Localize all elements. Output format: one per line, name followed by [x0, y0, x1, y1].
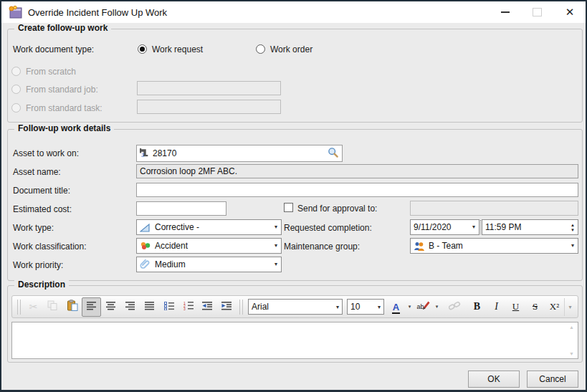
time-spin-buttons[interactable]: ▲▼: [571, 223, 575, 232]
align-left-icon: [87, 300, 97, 313]
increase-indent-icon: [221, 300, 232, 313]
paste-button[interactable]: [62, 297, 82, 317]
from-standard-task-radio: [11, 103, 21, 113]
svg-text:3: 3: [183, 307, 186, 310]
chevron-down-icon: ▾: [275, 262, 278, 267]
group-title: Description: [14, 279, 69, 290]
people-icon: [414, 241, 425, 252]
approval-to-field: [410, 201, 578, 216]
link-icon: [449, 300, 461, 313]
maximize-icon: [533, 8, 542, 16]
font-family-value: Arial: [252, 302, 269, 312]
toolbar-drag-handle[interactable]: [239, 300, 243, 315]
chevron-down-icon: ▾: [336, 304, 339, 310]
cut-button: ✂: [24, 297, 43, 317]
font-color-icon: A: [393, 302, 399, 312]
minimize-icon: [501, 11, 510, 13]
window-title: Override Incident Follow Up Work: [28, 7, 167, 18]
chevron-down-icon: ▾: [378, 304, 381, 310]
cancel-button[interactable]: Cancel: [527, 371, 578, 388]
group-description: Description ✂ 123 Arial ▾ 10 ▾ A: [7, 285, 583, 363]
align-left-button[interactable]: [82, 297, 101, 317]
align-justify-icon: [145, 300, 155, 313]
close-button[interactable]: ✕: [558, 1, 582, 22]
align-center-button[interactable]: [101, 297, 120, 317]
work-classification-combo[interactable]: Accident ▾: [136, 238, 282, 254]
description-editor[interactable]: ▲ ▼: [11, 322, 578, 359]
estimated-cost-field[interactable]: [136, 201, 226, 216]
italic-button[interactable]: I: [487, 297, 506, 317]
highlight-dropdown[interactable]: ▾: [433, 298, 441, 316]
superscript-label: X²: [550, 301, 559, 312]
estimated-cost-label: Estimated cost:: [13, 204, 72, 214]
font-size-value: 10: [350, 302, 360, 312]
work-classification-label: Work classification:: [13, 242, 86, 252]
asset-to-work-on-label: Asset to work on:: [13, 148, 79, 158]
editor-scrollbar[interactable]: ▲ ▼: [566, 323, 577, 358]
document-title-label: Document title:: [13, 186, 70, 196]
font-size-combo[interactable]: 10 ▾: [347, 299, 384, 315]
app-icon: [8, 5, 24, 19]
maintenance-group-value: B - Team: [429, 241, 463, 251]
highlight-button[interactable]: ab: [414, 297, 433, 317]
bold-label: B: [474, 301, 480, 312]
minimize-button[interactable]: [495, 1, 516, 22]
align-right-button[interactable]: [120, 297, 140, 317]
paste-icon: [67, 300, 78, 314]
requested-date-picker[interactable]: 9/11/2020 ▾: [410, 219, 479, 235]
align-justify-button[interactable]: [140, 297, 159, 317]
strikethrough-label: S: [533, 301, 538, 312]
bullet-list-icon: [164, 300, 174, 313]
search-icon[interactable]: [328, 147, 339, 161]
bold-button[interactable]: B: [467, 297, 487, 317]
send-for-approval-checkbox[interactable]: [284, 203, 293, 212]
chevron-down-icon: ▾: [472, 224, 476, 230]
datetime-separator: [480, 220, 481, 234]
close-icon: ✕: [565, 6, 575, 19]
font-color-dropdown[interactable]: ▾: [406, 298, 414, 316]
strikethrough-button[interactable]: S: [525, 297, 545, 317]
decrease-indent-button[interactable]: [198, 297, 217, 317]
dialog-override-incident-follow-up-work: Override Incident Follow Up Work ✕ Creat…: [0, 0, 587, 392]
requested-date-value: 9/11/2020: [414, 222, 452, 232]
spin-down-icon: ▼: [571, 228, 575, 232]
requested-time-spinner[interactable]: 11:59 PM ▲▼: [482, 219, 578, 235]
link-button: [445, 297, 464, 317]
asset-lookup-field[interactable]: 3 28170: [136, 145, 343, 162]
chevron-down-icon: ▾: [275, 224, 278, 230]
toolbar-drag-handle[interactable]: [17, 300, 21, 315]
rich-text-toolbar: ✂ 123 Arial ▾ 10 ▾ A ▾ ab ▾: [11, 295, 578, 318]
work-priority-value: Medium: [155, 259, 186, 269]
font-family-combo[interactable]: Arial ▾: [248, 299, 343, 315]
ok-button[interactable]: OK: [468, 371, 520, 388]
set-square-icon: [140, 223, 151, 232]
underline-button[interactable]: U: [506, 297, 525, 317]
increase-indent-button[interactable]: [217, 297, 237, 317]
paperclip-icon: [140, 259, 151, 269]
work-priority-combo[interactable]: Medium ▾: [136, 257, 282, 272]
numbered-list-button[interactable]: 123: [178, 297, 198, 317]
ok-label: OK: [487, 374, 500, 384]
work-type-label: Work type:: [13, 223, 54, 233]
work-type-combo[interactable]: Corrective - ▾: [136, 219, 282, 235]
group-title: Create follow-up work: [14, 23, 111, 33]
work-document-type-label: Work document type:: [13, 44, 94, 54]
standard-task-field: [137, 100, 281, 114]
send-for-approval-label: Send for approval to:: [297, 204, 377, 214]
scroll-down-icon: ▼: [569, 351, 574, 356]
bullet-list-button[interactable]: [159, 297, 178, 317]
requested-time-value: 11:59 PM: [485, 222, 521, 232]
scroll-up-icon: ▲: [569, 325, 574, 330]
group-title: Follow-up work details: [14, 123, 114, 133]
work-request-radio[interactable]: [138, 44, 147, 54]
maximize-button: [526, 1, 548, 22]
font-color-button[interactable]: A: [386, 297, 406, 317]
maintenance-group-combo[interactable]: B - Team ▾: [410, 238, 578, 254]
superscript-button[interactable]: X²: [545, 297, 564, 317]
document-title-field[interactable]: [136, 183, 578, 197]
work-order-radio[interactable]: [256, 44, 265, 54]
italic-label: I: [495, 301, 498, 312]
work-classification-value: Accident: [155, 241, 188, 251]
cut-icon: ✂: [29, 301, 38, 312]
asset-id-value: 28170: [153, 148, 176, 158]
